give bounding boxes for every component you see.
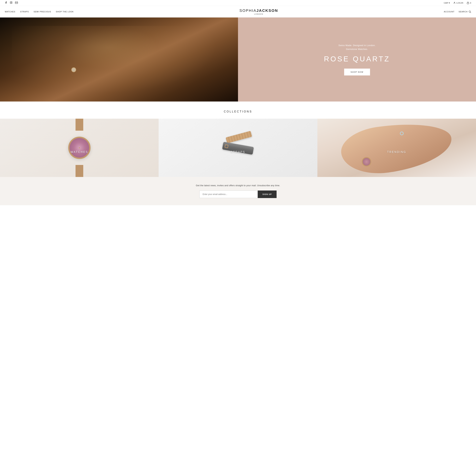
collection-watches[interactable]: WATCHES xyxy=(0,119,159,177)
search-label: SEARCH xyxy=(459,11,468,13)
nav-watches[interactable]: WATCHES xyxy=(5,11,15,13)
currency-arrow: ▾ xyxy=(449,2,450,4)
collections-grid: WATCHES STRAPS xyxy=(0,119,476,177)
cart-link[interactable]: 0 xyxy=(467,2,471,4)
top-bar-right: GBP ▾ LOGIN 0 xyxy=(444,2,471,4)
search-button[interactable]: SEARCH xyxy=(459,10,471,13)
newsletter-section: Get the latest news, invites and offers … xyxy=(0,177,476,205)
facebook-icon[interactable] xyxy=(5,1,7,4)
search-icon xyxy=(468,10,471,13)
nav-straps[interactable]: STRAPS xyxy=(20,11,29,13)
svg-point-6 xyxy=(469,11,471,12)
login-link[interactable]: LOGIN xyxy=(453,2,463,4)
hero-section: Swiss Made. Designed in London. Gemstone… xyxy=(0,17,476,102)
currency-label: GBP xyxy=(444,2,448,4)
login-label: LOGIN xyxy=(457,2,463,4)
brand-name: SOPHIAJACKSON xyxy=(239,8,278,13)
straps-background xyxy=(159,119,317,177)
instagram-icon[interactable] xyxy=(10,1,12,4)
watch-band-bottom xyxy=(75,165,83,177)
gold-strap xyxy=(226,131,252,143)
person-icon xyxy=(453,2,456,4)
collection-trending-label: TRENDING xyxy=(317,151,476,154)
brand-sub: LONDON xyxy=(239,13,278,15)
svg-rect-0 xyxy=(10,1,12,4)
cart-icon xyxy=(467,2,469,4)
newsletter-signup-button[interactable]: SIGN UP xyxy=(258,190,277,198)
hero-image xyxy=(0,17,238,102)
trending-background xyxy=(317,119,476,177)
email-icon[interactable] xyxy=(15,1,18,4)
svg-line-7 xyxy=(470,12,471,13)
nav-shop-the-look[interactable]: SHOP THE LOOK xyxy=(56,11,74,13)
newsletter-email-input[interactable] xyxy=(199,190,258,198)
watch-visual xyxy=(64,129,95,167)
nav-left: WATCHES STRAPS SEMI PRECIOUS SHOP THE LO… xyxy=(5,11,74,13)
collections-section: COLLECTIONS WATCHES xyxy=(0,102,476,177)
hero-woman-photo xyxy=(0,17,238,102)
nav-semi-precious[interactable]: SEMI PRECIOUS xyxy=(34,11,51,13)
svg-point-1 xyxy=(11,2,12,3)
nav-right: ACCOUNT SEARCH xyxy=(444,10,471,13)
watches-background xyxy=(0,119,159,177)
collection-watches-label: WATCHES xyxy=(0,151,159,154)
hero-shop-now-button[interactable]: SHOP NOW xyxy=(344,68,370,75)
svg-point-4 xyxy=(454,2,455,3)
collections-title: COLLECTIONS xyxy=(0,110,476,113)
newsletter-form: SIGN UP xyxy=(3,190,473,198)
strap-visual xyxy=(221,131,255,165)
hero-content: Swiss Made. Designed in London. Gemstone… xyxy=(238,17,476,102)
cart-count: 0 xyxy=(470,2,471,4)
main-nav: WATCHES STRAPS SEMI PRECIOUS SHOP THE LO… xyxy=(0,6,476,17)
collection-trending[interactable]: TRENDING xyxy=(317,119,476,177)
account-link[interactable]: ACCOUNT xyxy=(444,11,454,13)
hero-title: ROSE QUARTZ xyxy=(324,55,390,63)
social-icons xyxy=(5,1,18,4)
collection-straps-label: STRAPS xyxy=(159,151,317,154)
currency-selector[interactable]: GBP ▾ xyxy=(444,2,450,4)
svg-rect-5 xyxy=(467,2,469,4)
hero-tagline: Swiss Made. Designed in London. Gemstone… xyxy=(339,44,376,51)
collection-straps[interactable]: STRAPS xyxy=(159,119,317,177)
newsletter-text: Get the latest news, invites and offers … xyxy=(3,184,473,187)
watch-case xyxy=(68,137,90,159)
watch-band-top xyxy=(75,119,83,131)
top-bar: GBP ▾ LOGIN 0 xyxy=(0,0,476,6)
logo[interactable]: SOPHIAJACKSON LONDON xyxy=(239,8,278,15)
